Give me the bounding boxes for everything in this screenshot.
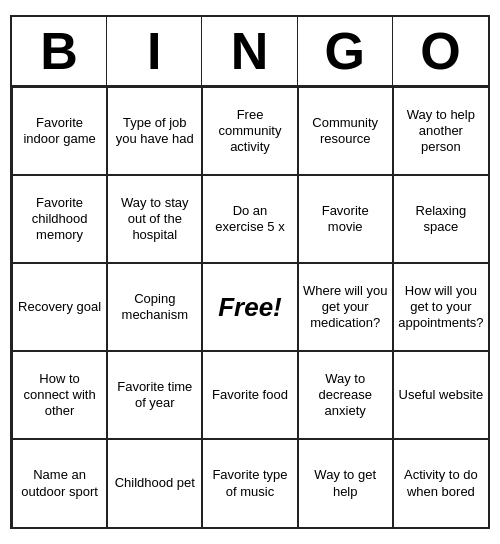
bingo-cell: Favorite food <box>202 351 297 439</box>
bingo-cell: Do an exercise 5 x <box>202 175 297 263</box>
bingo-letter-b: B <box>12 17 107 85</box>
bingo-letter-n: N <box>202 17 297 85</box>
bingo-cell: Type of job you have had <box>107 87 202 175</box>
bingo-cell: Free community activity <box>202 87 297 175</box>
bingo-cell: Favorite type of music <box>202 439 297 527</box>
bingo-card: BINGO Favorite indoor gameType of job yo… <box>10 15 490 529</box>
bingo-cell: Name an outdoor sport <box>12 439 107 527</box>
bingo-cell: Way to stay out of the hospital <box>107 175 202 263</box>
bingo-cell: Way to get help <box>298 439 393 527</box>
bingo-letter-o: O <box>393 17 488 85</box>
bingo-cell: How to connect with other <box>12 351 107 439</box>
bingo-cell: Recovery goal <box>12 263 107 351</box>
free-cell: Free! <box>202 263 297 351</box>
bingo-cell: Community resource <box>298 87 393 175</box>
bingo-cell: Favorite time of year <box>107 351 202 439</box>
bingo-cell: How will you get to your appointments? <box>393 263 488 351</box>
bingo-grid: Favorite indoor gameType of job you have… <box>12 87 488 527</box>
bingo-cell: Relaxing space <box>393 175 488 263</box>
bingo-cell: Childhood pet <box>107 439 202 527</box>
bingo-header: BINGO <box>12 17 488 87</box>
bingo-cell: Favorite indoor game <box>12 87 107 175</box>
bingo-cell: Where will you get your medication? <box>298 263 393 351</box>
bingo-cell: Way to decrease anxiety <box>298 351 393 439</box>
bingo-cell: Activity to do when bored <box>393 439 488 527</box>
bingo-cell: Useful website <box>393 351 488 439</box>
bingo-cell: Way to help another person <box>393 87 488 175</box>
bingo-cell: Favorite movie <box>298 175 393 263</box>
bingo-cell: Favorite childhood memory <box>12 175 107 263</box>
bingo-cell: Coping mechanism <box>107 263 202 351</box>
bingo-letter-i: I <box>107 17 202 85</box>
bingo-letter-g: G <box>298 17 393 85</box>
